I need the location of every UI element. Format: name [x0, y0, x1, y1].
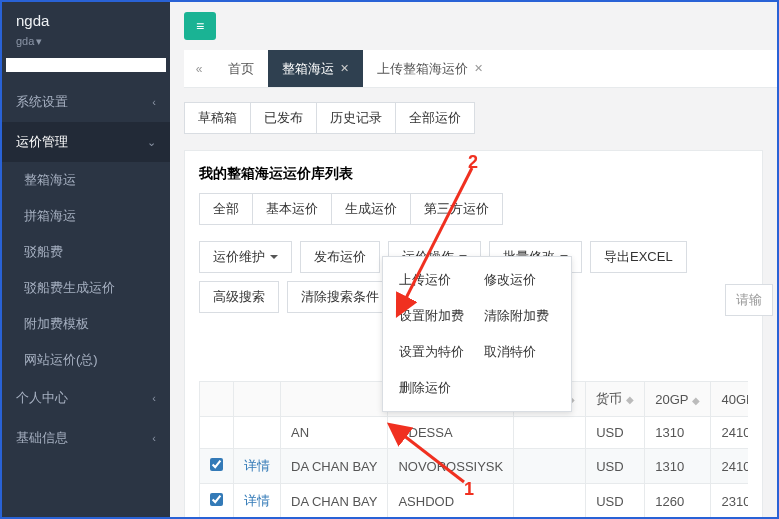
th-curr[interactable]: 货币◆: [586, 382, 645, 417]
nav-system-settings[interactable]: 系统设置 ‹: [2, 82, 170, 122]
double-chevron-left-icon: «: [196, 62, 203, 76]
th-20gp[interactable]: 20GP◆: [645, 382, 711, 417]
dd-cancel-special[interactable]: 取消特价: [484, 343, 555, 361]
cell-origin: DA CHAN BAY: [281, 449, 388, 484]
svg-line-0: [400, 168, 472, 310]
cell-origin: DA CHAN BAY: [281, 484, 388, 518]
sort-icon: ◆: [692, 395, 700, 406]
tool-clear-search-button[interactable]: 清除搜索条件: [287, 281, 393, 313]
svg-line-1: [394, 428, 464, 482]
tool-maintain-dropdown[interactable]: 运价维护: [199, 241, 292, 273]
subnav-lcl[interactable]: 拼箱海运: [2, 198, 170, 234]
annotation-one: 1: [464, 479, 474, 500]
status-draft-button[interactable]: 草稿箱: [184, 102, 251, 134]
cell-trans: [514, 417, 586, 449]
dd-delete-price[interactable]: 删除运价: [399, 379, 555, 397]
row-checkbox[interactable]: [210, 458, 223, 471]
subnav-web-price[interactable]: 网站运价(总): [2, 342, 170, 378]
cell-origin: AN: [281, 417, 388, 449]
annotation-arrow-two: [382, 162, 492, 322]
close-icon[interactable]: ✕: [474, 62, 483, 75]
cell-20gp: 1310: [645, 449, 711, 484]
brand-sub-text: gda: [16, 35, 34, 47]
nav-label: 个人中心: [16, 389, 68, 407]
nav-label: 基础信息: [16, 429, 68, 447]
caret-down-icon: ▾: [36, 35, 42, 47]
tab-home[interactable]: 首页: [214, 50, 268, 87]
subnav-barge-fee[interactable]: 驳船费: [2, 234, 170, 270]
row-checkbox[interactable]: [210, 493, 223, 506]
cell-20gp: 1310: [645, 417, 711, 449]
nav-price-management[interactable]: 运价管理 ⌄: [2, 122, 170, 162]
cell-curr: USD: [586, 417, 645, 449]
tabs-back-button[interactable]: «: [184, 62, 214, 76]
dd-set-special[interactable]: 设置为特价: [399, 343, 470, 361]
chevron-left-icon: ‹: [152, 96, 156, 108]
close-icon[interactable]: ✕: [340, 62, 349, 75]
hamburger-button[interactable]: ≡: [184, 12, 216, 40]
search-input-stub[interactable]: 请输: [725, 284, 773, 316]
chevron-down-icon: ⌄: [147, 136, 156, 149]
status-filter-row: 草稿箱 已发布 历史记录 全部运价: [184, 102, 763, 134]
tab-label: 首页: [228, 60, 254, 78]
topbar: ≡ « 首页 整箱海运 ✕ 上传整箱海运价 ✕: [170, 2, 777, 88]
nav-label: 系统设置: [16, 93, 68, 111]
th-40gp[interactable]: 40GP◆: [711, 382, 748, 417]
nav-label: 运价管理: [16, 133, 68, 151]
brand-title: ngda: [2, 2, 170, 35]
cell-20gp: 1260: [645, 484, 711, 518]
search-placeholder-bar[interactable]: [6, 58, 166, 72]
filter-basic-button[interactable]: 基本运价: [253, 193, 332, 225]
nav-base-info[interactable]: 基础信息 ‹: [2, 418, 170, 458]
cell-40gp: 2410: [711, 417, 748, 449]
tool-adv-search-button[interactable]: 高级搜索: [199, 281, 279, 313]
sidebar: ngda gda▾ 系统设置 ‹ 运价管理 ⌄ 整箱海运 拼箱海运 驳船费 驳船…: [2, 2, 170, 517]
dd-clear-surcharge[interactable]: 清除附加费: [484, 307, 555, 325]
status-all-button[interactable]: 全部运价: [396, 102, 475, 134]
cell-40gp: 2410: [711, 449, 748, 484]
tool-publish-button[interactable]: 发布运价: [300, 241, 380, 273]
tab-label: 上传整箱海运价: [377, 60, 468, 78]
chevron-left-icon: ‹: [152, 432, 156, 444]
tool-export-button[interactable]: 导出EXCEL: [590, 241, 687, 273]
detail-link[interactable]: 详情: [244, 493, 270, 508]
tab-strip: « 首页 整箱海运 ✕ 上传整箱海运价 ✕: [184, 50, 777, 88]
cell-curr: USD: [586, 484, 645, 518]
chevron-left-icon: ‹: [152, 392, 156, 404]
nav-personal-center[interactable]: 个人中心 ‹: [2, 378, 170, 418]
annotation-two: 2: [468, 152, 478, 173]
cell-curr: USD: [586, 449, 645, 484]
sort-icon: ◆: [626, 394, 634, 405]
tab-fcl[interactable]: 整箱海运 ✕: [268, 50, 363, 87]
tab-label: 整箱海运: [282, 60, 334, 78]
dd-modify-price[interactable]: 修改运价: [484, 271, 555, 289]
tab-upload-fcl[interactable]: 上传整箱海运价 ✕: [363, 50, 497, 87]
subnav-surcharge-template[interactable]: 附加费模板: [2, 306, 170, 342]
status-published-button[interactable]: 已发布: [251, 102, 317, 134]
detail-link[interactable]: 详情: [244, 458, 270, 473]
filter-all-button[interactable]: 全部: [199, 193, 253, 225]
subnav-barge-gen[interactable]: 驳船费生成运价: [2, 270, 170, 306]
brand-subtitle[interactable]: gda▾: [2, 35, 170, 54]
subnav-fcl[interactable]: 整箱海运: [2, 162, 170, 198]
cell-trans: [514, 449, 586, 484]
menu-icon: ≡: [196, 18, 204, 34]
status-history-button[interactable]: 历史记录: [317, 102, 396, 134]
cell-40gp: 2310: [711, 484, 748, 518]
cell-trans: [514, 484, 586, 518]
